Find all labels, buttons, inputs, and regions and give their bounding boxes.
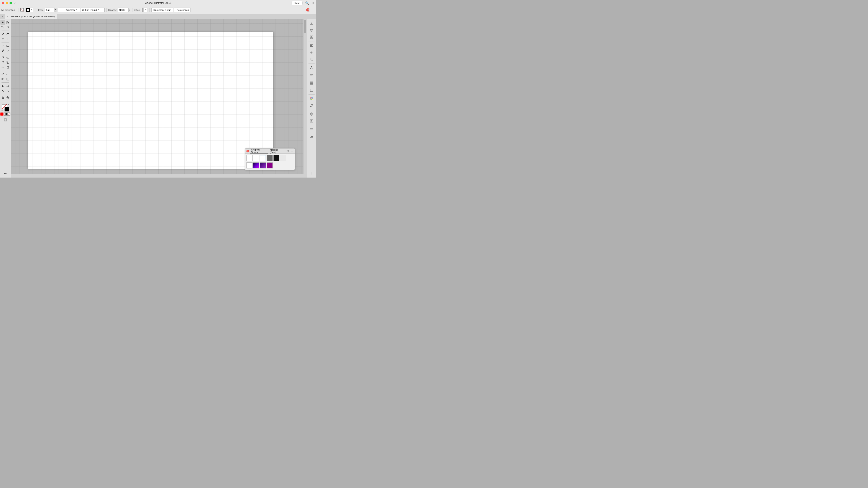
canvas-area[interactable]: Graphic Styles Mockup (Beta) >> ☰ <box>11 19 307 177</box>
pathfinder-panel-btn[interactable] <box>308 56 315 63</box>
stroke-type-dropdown[interactable]: Uniform ▼ <box>58 8 80 12</box>
style-swatch-8[interactable] <box>253 162 259 168</box>
opacity-input[interactable] <box>118 8 129 12</box>
warp-tool-button[interactable] <box>0 65 5 70</box>
style-swatch-10[interactable] <box>267 162 273 168</box>
share-button[interactable]: Share <box>291 1 303 5</box>
magic-wand-tool-button[interactable] <box>0 25 5 30</box>
curvature-tool-button[interactable] <box>5 32 10 36</box>
shaper-tool-button[interactable] <box>0 55 5 60</box>
character-panel-btn[interactable]: A <box>308 65 315 71</box>
appearance-panel-btn[interactable] <box>308 111 315 117</box>
mockup-beta-tab[interactable]: Mockup (Beta) <box>269 149 285 154</box>
more-tools-btn[interactable]: ••• <box>2 171 9 176</box>
align-panel-btn[interactable] <box>308 42 315 49</box>
properties-panel-btn[interactable] <box>308 20 315 27</box>
panel-menu-button[interactable]: ☰ <box>291 150 293 153</box>
document-setup-button[interactable]: Document Setup <box>151 8 173 12</box>
style-swatch-9[interactable] <box>260 162 266 168</box>
color-mode-gradient-btn[interactable] <box>4 112 7 116</box>
touch-type-tool-button[interactable]: T <box>5 37 10 41</box>
chart-tool-button[interactable] <box>0 84 5 88</box>
direct-selection-tool-button[interactable] <box>5 20 10 25</box>
vertical-scrollbar[interactable] <box>303 19 307 174</box>
title-bar: ⌂ Adobe Illustrator 2024 Share 🔍 ⊞ <box>0 0 316 6</box>
more-options-btn[interactable]: ⋮ <box>311 8 315 12</box>
panel-close-button[interactable] <box>246 150 249 153</box>
eyedropper-tool-button[interactable] <box>0 72 5 76</box>
rectangle-tool-button[interactable] <box>5 43 10 48</box>
preferences-button[interactable]: Preferences <box>174 8 191 12</box>
vertical-scroll-thumb[interactable] <box>304 20 306 33</box>
default-colors-icon[interactable]: ◩ <box>2 109 3 111</box>
snap-options-btn[interactable]: 🧲 <box>306 8 310 12</box>
right-panel-drag-btn[interactable] <box>308 170 315 177</box>
maximize-button[interactable] <box>9 2 12 4</box>
zoom-tool-button[interactable] <box>5 95 10 100</box>
layers-panel-btn[interactable] <box>308 80 315 87</box>
style-swatch-7[interactable] <box>246 162 252 168</box>
style-swatch-3[interactable] <box>260 155 266 161</box>
selection-tool-button[interactable] <box>0 20 5 25</box>
color-mode-none-btn[interactable] <box>7 112 10 116</box>
close-button[interactable] <box>2 2 4 4</box>
eraser-tool-button[interactable] <box>5 55 10 60</box>
search-button[interactable]: 🔍 <box>305 1 309 5</box>
swatches-panel-btn[interactable] <box>308 95 315 102</box>
horizontal-scrollbar[interactable] <box>11 174 303 177</box>
tab-collapse-button[interactable]: « <box>1 14 5 19</box>
transform-panel-btn[interactable] <box>308 49 315 56</box>
free-transform-tool-button[interactable] <box>5 65 10 70</box>
tab-close-button[interactable]: × <box>7 15 8 18</box>
panel-expand-icon[interactable]: >> <box>286 150 290 152</box>
gradient-tool-button[interactable] <box>0 77 5 82</box>
brushes-panel-btn[interactable] <box>308 102 315 109</box>
export-panel-btn[interactable] <box>308 118 315 124</box>
mesh-tool-button[interactable] <box>5 77 10 82</box>
style-swatch-2[interactable] <box>253 155 259 161</box>
measure-tool-button[interactable] <box>5 72 10 76</box>
scale-tool-button[interactable] <box>5 60 10 65</box>
style-swatch-5[interactable] <box>273 155 279 161</box>
line-tool-button[interactable] <box>0 43 5 48</box>
libraries-panel-btn[interactable] <box>308 27 315 33</box>
stroke-profile-dropdown[interactable]: ◉ 3 pt. Round ▼ <box>81 8 104 12</box>
fill-color-swatch[interactable] <box>20 7 25 12</box>
home-icon[interactable]: ⌂ <box>14 1 16 5</box>
stroke-color-swatch[interactable] <box>26 8 30 12</box>
stroke-weight-input[interactable] <box>45 8 55 12</box>
opacity-expand-btn[interactable]: › <box>129 8 131 12</box>
symbol-sprayer-button[interactable] <box>5 89 10 93</box>
image-trace-btn[interactable] <box>308 133 315 140</box>
panels-button[interactable]: ⊞ <box>312 1 314 5</box>
toolbar-sep-2 <box>35 8 35 12</box>
change-screen-mode-btn[interactable] <box>2 117 9 122</box>
artboards-panel-btn[interactable] <box>308 87 315 93</box>
type-tool-button[interactable]: T <box>0 37 5 41</box>
style-swatch-4[interactable] <box>267 155 273 161</box>
artboard-tool-button[interactable] <box>5 84 10 88</box>
style-swatch-6[interactable] <box>280 155 286 161</box>
style-swatch-1[interactable] <box>246 155 252 161</box>
style-dropdown[interactable]: ▼ <box>141 8 148 12</box>
rotate-tool-button[interactable] <box>0 60 5 65</box>
paintbrush-tool-button[interactable] <box>0 48 5 53</box>
document-tab[interactable]: × Untitled-5 @ 33.33 % (RGB/CPU Preview) <box>5 14 57 19</box>
paragraph-panel-btn[interactable] <box>308 71 315 78</box>
pen-tool-button[interactable] <box>0 32 5 36</box>
lasso-tool-button[interactable] <box>5 25 10 30</box>
slice-tool-button[interactable] <box>0 89 5 93</box>
minimize-button[interactable] <box>6 2 8 4</box>
color-mode-solid-btn[interactable] <box>0 112 3 116</box>
stroke-box[interactable] <box>5 107 9 111</box>
swap-colors-icon[interactable]: ⇄ <box>8 104 9 106</box>
stroke-color-dropdown[interactable]: ▼ <box>30 8 33 12</box>
expand-panels-btn[interactable] <box>308 126 315 133</box>
graphic-styles-tab[interactable]: Graphic Styles <box>250 149 268 154</box>
stroke-weight-up[interactable]: ▲ <box>54 8 57 10</box>
stroke-weight-down[interactable]: ▼ <box>54 10 57 12</box>
pencil-tool-button[interactable] <box>5 48 10 53</box>
quick-actions-panel-btn[interactable] <box>308 34 315 40</box>
svg-rect-61 <box>312 36 313 37</box>
hand-tool-button[interactable] <box>0 95 5 100</box>
